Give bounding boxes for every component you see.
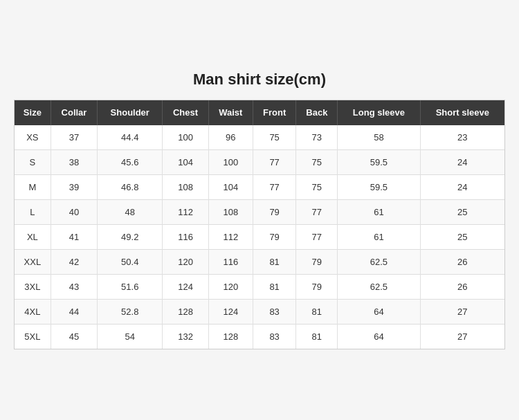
cell-chest: 132	[163, 325, 209, 349]
cell-short_sleeve: 25	[420, 200, 504, 225]
cell-collar: 41	[51, 225, 98, 250]
cell-shoulder: 45.6	[98, 150, 163, 175]
cell-size: XS	[15, 125, 51, 150]
cell-back: 81	[296, 300, 338, 325]
cell-chest: 108	[163, 175, 209, 200]
cell-short_sleeve: 26	[420, 275, 504, 300]
cell-waist: 112	[208, 225, 253, 250]
col-header-size: Size	[15, 100, 51, 126]
table-row: S3845.6104100777559.524	[15, 150, 504, 175]
table-row: 5XL455413212883816427	[15, 325, 504, 349]
cell-size: S	[15, 150, 51, 175]
cell-front: 81	[253, 275, 296, 300]
cell-size: 3XL	[15, 275, 51, 300]
col-header-front: Front	[253, 100, 296, 126]
table-row: XXL4250.4120116817962.526	[15, 250, 504, 275]
cell-size: 5XL	[15, 325, 51, 349]
cell-short_sleeve: 27	[420, 300, 504, 325]
cell-long_sleeve: 62.5	[338, 275, 420, 300]
col-header-long_sleeve: Long sleeve	[338, 100, 420, 126]
cell-waist: 104	[208, 175, 253, 200]
cell-short_sleeve: 24	[420, 150, 504, 175]
cell-shoulder: 51.6	[98, 275, 163, 300]
cell-size: XL	[15, 225, 51, 250]
cell-long_sleeve: 58	[338, 125, 420, 150]
col-header-short_sleeve: Short sleeve	[420, 100, 504, 126]
cell-size: M	[15, 175, 51, 200]
cell-long_sleeve: 61	[338, 225, 420, 250]
table-row: 3XL4351.6124120817962.526	[15, 275, 504, 300]
cell-shoulder: 46.8	[98, 175, 163, 200]
table-row: L404811210879776125	[15, 200, 504, 225]
size-chart-table: SizeCollarShoulderChestWaistFrontBackLon…	[14, 100, 505, 350]
cell-collar: 39	[51, 175, 98, 200]
col-header-chest: Chest	[163, 100, 209, 126]
cell-back: 75	[296, 150, 338, 175]
cell-collar: 37	[51, 125, 98, 150]
cell-shoulder: 48	[98, 200, 163, 225]
cell-long_sleeve: 62.5	[338, 250, 420, 275]
cell-front: 77	[253, 175, 296, 200]
cell-short_sleeve: 27	[420, 325, 504, 349]
page-title: Man shirt size(cm)	[193, 71, 326, 89]
cell-chest: 100	[163, 125, 209, 150]
cell-short_sleeve: 25	[420, 225, 504, 250]
table-row: XS3744.41009675735823	[15, 125, 504, 150]
cell-chest: 104	[163, 150, 209, 175]
cell-back: 75	[296, 175, 338, 200]
col-header-back: Back	[296, 100, 338, 126]
cell-chest: 124	[163, 275, 209, 300]
table-row: M3946.8108104777559.524	[15, 175, 504, 200]
cell-chest: 120	[163, 250, 209, 275]
cell-back: 79	[296, 250, 338, 275]
cell-waist: 124	[208, 300, 253, 325]
col-header-shoulder: Shoulder	[98, 100, 163, 126]
cell-front: 83	[253, 325, 296, 349]
col-header-waist: Waist	[208, 100, 253, 126]
cell-front: 81	[253, 250, 296, 275]
cell-collar: 43	[51, 275, 98, 300]
cell-shoulder: 49.2	[98, 225, 163, 250]
cell-collar: 38	[51, 150, 98, 175]
cell-chest: 112	[163, 200, 209, 225]
cell-waist: 116	[208, 250, 253, 275]
cell-back: 79	[296, 275, 338, 300]
cell-back: 77	[296, 225, 338, 250]
table-row: 4XL4452.812812483816427	[15, 300, 504, 325]
cell-waist: 96	[208, 125, 253, 150]
cell-back: 73	[296, 125, 338, 150]
cell-shoulder: 52.8	[98, 300, 163, 325]
cell-size: L	[15, 200, 51, 225]
cell-back: 77	[296, 200, 338, 225]
cell-long_sleeve: 64	[338, 325, 420, 349]
col-header-collar: Collar	[51, 100, 98, 126]
cell-long_sleeve: 64	[338, 300, 420, 325]
cell-collar: 44	[51, 300, 98, 325]
cell-short_sleeve: 26	[420, 250, 504, 275]
cell-front: 79	[253, 225, 296, 250]
cell-front: 83	[253, 300, 296, 325]
cell-long_sleeve: 59.5	[338, 150, 420, 175]
cell-long_sleeve: 59.5	[338, 175, 420, 200]
cell-front: 77	[253, 150, 296, 175]
cell-waist: 128	[208, 325, 253, 349]
cell-long_sleeve: 61	[338, 200, 420, 225]
cell-back: 81	[296, 325, 338, 349]
cell-waist: 120	[208, 275, 253, 300]
cell-waist: 108	[208, 200, 253, 225]
cell-size: XXL	[15, 250, 51, 275]
cell-collar: 42	[51, 250, 98, 275]
cell-chest: 116	[163, 225, 209, 250]
cell-short_sleeve: 23	[420, 125, 504, 150]
cell-chest: 128	[163, 300, 209, 325]
cell-collar: 40	[51, 200, 98, 225]
cell-front: 75	[253, 125, 296, 150]
cell-short_sleeve: 24	[420, 175, 504, 200]
cell-collar: 45	[51, 325, 98, 349]
cell-shoulder: 54	[98, 325, 163, 349]
cell-shoulder: 50.4	[98, 250, 163, 275]
cell-shoulder: 44.4	[98, 125, 163, 150]
cell-waist: 100	[208, 150, 253, 175]
cell-size: 4XL	[15, 300, 51, 325]
table-row: XL4149.211611279776125	[15, 225, 504, 250]
